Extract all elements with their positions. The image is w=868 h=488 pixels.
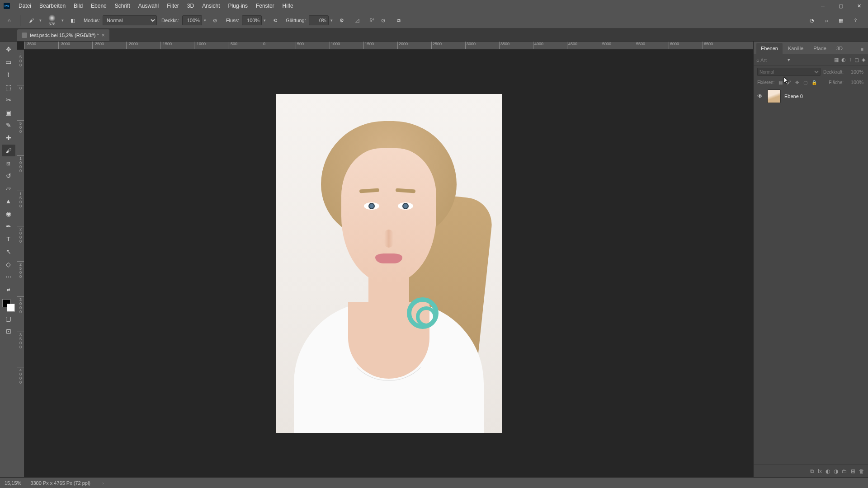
status-menu-chevron[interactable]: › xyxy=(102,480,104,486)
layer-name[interactable]: Ebene 0 xyxy=(784,94,803,99)
quickmask-toggle[interactable]: ▢ xyxy=(2,313,15,324)
lasso-tool[interactable]: ⌇ xyxy=(2,69,15,80)
eyedropper-tool[interactable]: ✎ xyxy=(2,119,15,131)
crop-tool[interactable]: ✂ xyxy=(2,94,15,106)
visibility-toggle[interactable]: 👁 xyxy=(757,93,764,99)
filter-adjust-icon[interactable]: ◐ xyxy=(841,57,846,63)
chevron-down-icon[interactable]: ▾ xyxy=(330,18,333,23)
background-color[interactable] xyxy=(7,304,15,312)
screen-mode-button[interactable]: ⊡ xyxy=(2,325,15,337)
tab-channels[interactable]: Kanäle xyxy=(783,43,808,54)
canvas-viewport[interactable] xyxy=(24,50,753,477)
document-tab[interactable]: test.psdc bei 15,2% (RGB/8#) * × xyxy=(17,29,109,41)
path-select-tool[interactable]: ↖ xyxy=(2,246,15,258)
brush-tool[interactable]: 🖌 xyxy=(2,145,15,156)
blur-tool[interactable]: ◉ xyxy=(2,208,15,220)
stamp-tool[interactable]: ⧇ xyxy=(2,157,15,169)
type-tool[interactable]: T xyxy=(2,233,15,245)
menu-bild[interactable]: Bild xyxy=(70,3,87,9)
menu-hilfe[interactable]: Hilfe xyxy=(278,3,297,9)
menu-schrift[interactable]: Schrift xyxy=(111,3,134,9)
tab-layers[interactable]: Ebenen xyxy=(756,43,783,54)
search-button[interactable]: ⌕ xyxy=(820,14,833,27)
pressure-opacity-toggle[interactable]: ⊘ xyxy=(209,14,222,27)
selection-tool[interactable]: ⬚ xyxy=(2,81,15,93)
workspace-button[interactable]: ▦ xyxy=(835,14,847,27)
marquee-tool[interactable]: ▭ xyxy=(2,56,15,68)
chevron-down-icon[interactable]: ▾ xyxy=(264,18,266,23)
layer-row[interactable]: 👁Ebene 0 xyxy=(754,87,868,106)
layer-fx-button[interactable]: fx xyxy=(818,468,822,474)
move-tool[interactable]: ✥ xyxy=(2,43,15,55)
chevron-down-icon[interactable]: ▾ xyxy=(61,18,64,23)
home-button[interactable]: ⌂ xyxy=(3,14,15,27)
opacity-input[interactable] xyxy=(182,15,202,25)
filter-type-icon[interactable]: T xyxy=(849,57,852,63)
close-button[interactable]: ✕ xyxy=(850,0,868,12)
lock-position-icon[interactable]: ✥ xyxy=(795,80,799,85)
maximize-button[interactable]: ▢ xyxy=(832,0,850,12)
lock-image-icon[interactable]: 🖌 xyxy=(787,80,791,85)
tab-3d[interactable]: 3D xyxy=(832,43,847,54)
filter-smart-icon[interactable]: ◈ xyxy=(862,57,865,63)
menu-plug-ins[interactable]: Plug-ins xyxy=(224,3,252,9)
more-tools[interactable]: ⋯ xyxy=(2,271,15,283)
smoothing-input[interactable] xyxy=(309,15,329,25)
menu-fenster[interactable]: Fenster xyxy=(252,3,278,9)
frame-tool[interactable]: ▣ xyxy=(2,107,15,118)
menu-3d[interactable]: 3D xyxy=(183,3,198,9)
shape-tool[interactable]: ◇ xyxy=(2,258,15,270)
document-info[interactable]: 3300 Px x 4765 Px (72 ppi) xyxy=(30,480,90,486)
link-layers-button[interactable]: ⧉ xyxy=(810,468,814,474)
flow-input[interactable] xyxy=(242,15,262,25)
pen-tool[interactable]: ✒ xyxy=(2,221,15,232)
smoothing-options-button[interactable]: ⚙ xyxy=(335,14,348,27)
gradient-tool[interactable]: ▲ xyxy=(2,195,15,207)
document-canvas[interactable] xyxy=(276,94,502,433)
tab-close-button[interactable]: × xyxy=(102,32,105,38)
tab-paths[interactable]: Pfade xyxy=(809,43,831,54)
swap-colors-icon[interactable]: ⇄ xyxy=(2,284,15,296)
filter-pixel-icon[interactable]: ▦ xyxy=(834,57,839,63)
color-swatches[interactable] xyxy=(2,299,15,312)
brush-panel-toggle[interactable]: ◧ xyxy=(66,14,79,27)
blend-mode-select[interactable]: Normal xyxy=(103,15,157,25)
layer-fill-value[interactable]: 100% xyxy=(846,80,864,85)
menu-ebene[interactable]: Ebene xyxy=(87,3,111,9)
lock-artboard-icon[interactable]: ▢ xyxy=(803,80,807,85)
symmetry-button[interactable]: ⧉ xyxy=(392,14,405,27)
menu-bearbeiten[interactable]: Bearbeiten xyxy=(35,3,70,9)
eraser-tool[interactable]: ▱ xyxy=(2,183,15,194)
healing-tool[interactable]: ✚ xyxy=(2,132,15,144)
chevron-down-icon[interactable]: ▾ xyxy=(204,18,206,23)
history-brush-tool[interactable]: ↺ xyxy=(2,170,15,182)
chevron-down-icon[interactable]: ▾ xyxy=(39,18,42,23)
group-layers-button[interactable]: 🗀 xyxy=(842,468,847,474)
panel-menu-button[interactable]: ≡ xyxy=(859,45,865,54)
horizontal-ruler[interactable]: -3500-3000-2500-2000-1500-1000-500050010… xyxy=(24,42,753,50)
layer-opacity-value[interactable]: 100% xyxy=(846,69,864,75)
airbrush-toggle[interactable]: ⟲ xyxy=(269,14,281,27)
pressure-size-toggle[interactable]: ⊙ xyxy=(377,14,390,27)
lock-all-icon[interactable]: 🔒 xyxy=(811,80,817,85)
menu-auswahl[interactable]: Auswahl xyxy=(134,3,163,9)
minimize-button[interactable]: ─ xyxy=(814,0,832,12)
share-button[interactable]: ⇪ xyxy=(849,14,862,27)
menu-filter[interactable]: Filter xyxy=(163,3,183,9)
new-layer-button[interactable]: ⊞ xyxy=(851,468,855,474)
adjustment-layer-button[interactable]: ◑ xyxy=(834,468,838,474)
layer-mask-button[interactable]: ◐ xyxy=(826,468,830,474)
lock-transparent-icon[interactable]: ▦ xyxy=(778,80,783,85)
layer-filter-input[interactable] xyxy=(760,57,787,63)
layer-blend-mode-select[interactable]: Normal xyxy=(757,68,821,76)
menu-datei[interactable]: Datei xyxy=(14,3,35,9)
chevron-down-icon[interactable]: ▾ xyxy=(788,57,790,63)
menu-ansicht[interactable]: Ansicht xyxy=(198,3,224,9)
zoom-level[interactable]: 15,15% xyxy=(5,480,21,486)
brush-preset-picker[interactable]: 678 xyxy=(44,13,60,28)
vertical-ruler[interactable]: -50005001000150020002500300035004000 xyxy=(17,50,24,477)
angle-value[interactable]: -5° xyxy=(368,18,374,23)
tool-preset-button[interactable]: 🖌 xyxy=(25,14,38,27)
delete-layer-button[interactable]: 🗑 xyxy=(859,468,864,474)
layer-thumbnail[interactable] xyxy=(767,89,781,103)
